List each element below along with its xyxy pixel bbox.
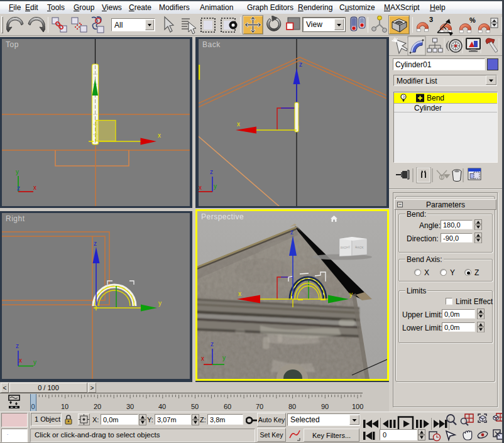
svg-text:20: 20 — [94, 403, 101, 410]
svg-text:y: y — [16, 168, 19, 175]
svg-text:90: 90 — [321, 403, 329, 410]
svg-text:z: z — [299, 61, 302, 68]
svg-text:x: x — [237, 121, 240, 128]
svg-text:3: 3 — [429, 16, 433, 23]
svg-text:z: z — [94, 240, 97, 247]
svg-text:x: x — [19, 357, 22, 364]
svg-text:x: x — [238, 290, 241, 297]
svg-text:z: z — [16, 342, 19, 349]
svg-text:70: 70 — [256, 403, 263, 410]
svg-text:x: x — [199, 184, 202, 191]
svg-text:z: z — [290, 229, 293, 236]
svg-text:BACK: BACK — [355, 245, 364, 249]
svg-text:RIGHT: RIGHT — [341, 245, 351, 249]
svg-text:x: x — [158, 132, 161, 139]
svg-text:100: 100 — [352, 403, 363, 410]
svg-text:60: 60 — [224, 403, 231, 410]
svg-text:10: 10 — [61, 403, 68, 410]
svg-text:30: 30 — [126, 403, 134, 410]
svg-text:y: y — [33, 359, 36, 366]
svg-text:0: 0 — [31, 403, 35, 410]
svg-text:z: z — [210, 168, 213, 175]
svg-text:50: 50 — [191, 403, 199, 410]
svg-text:y: y — [214, 183, 217, 190]
svg-text:40: 40 — [158, 403, 166, 410]
svg-text:%: % — [469, 16, 476, 24]
svg-text:y: y — [158, 300, 162, 307]
svg-text:y: y — [349, 291, 353, 298]
svg-text:y: y — [222, 354, 226, 361]
svg-text:z: z — [17, 185, 20, 192]
svg-text:x: x — [201, 355, 204, 362]
svg-text:80: 80 — [288, 403, 296, 410]
svg-text:z: z — [211, 341, 214, 347]
svg-text:x: x — [33, 184, 36, 191]
